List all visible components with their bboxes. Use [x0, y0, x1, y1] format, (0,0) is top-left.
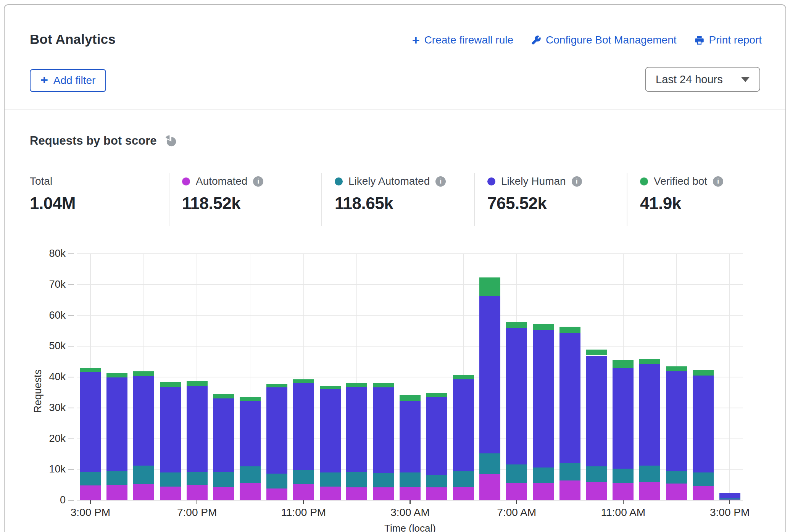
bar-segment-likely-human[interactable] [106, 377, 127, 471]
bar-segment-likely-automated[interactable] [639, 466, 660, 482]
bar-segment-automated[interactable] [133, 484, 154, 500]
bar-1-00-am[interactable] [346, 383, 367, 500]
bar-segment-automated[interactable] [293, 484, 314, 500]
bar-segment-likely-automated[interactable] [293, 470, 314, 484]
bar-segment-likely-automated[interactable] [80, 472, 101, 486]
bar-segment-verified-bot[interactable] [160, 382, 181, 387]
bar-segment-likely-human[interactable] [400, 401, 421, 472]
bar-segment-automated[interactable] [400, 487, 421, 500]
add-filter-button[interactable]: + Add filter [30, 69, 106, 92]
bar-11-00-am[interactable] [613, 360, 634, 500]
info-icon[interactable]: i [572, 176, 582, 187]
bar-segment-likely-human[interactable] [133, 376, 154, 465]
bar-segment-likely-automated[interactable] [133, 466, 154, 484]
bar-segment-automated[interactable] [613, 483, 634, 500]
bar-segment-likely-automated[interactable] [693, 472, 714, 486]
bar-segment-likely-automated[interactable] [506, 464, 527, 483]
bar-segment-verified-bot[interactable] [213, 394, 234, 398]
bar-segment-likely-human[interactable] [266, 387, 287, 473]
bar-segment-automated[interactable] [373, 487, 394, 500]
bar-segment-verified-bot[interactable] [613, 360, 634, 369]
bar-segment-verified-bot[interactable] [719, 493, 740, 493]
bar-segment-verified-bot[interactable] [586, 350, 607, 355]
bar-segment-likely-human[interactable] [559, 333, 580, 463]
bar-segment-verified-bot[interactable] [320, 386, 341, 389]
bar-segment-likely-human[interactable] [533, 330, 554, 468]
bar-segment-likely-automated[interactable] [240, 466, 261, 483]
bar-segment-likely-human[interactable] [639, 364, 660, 466]
print-report-link[interactable]: Print report [694, 34, 762, 46]
bar-2-00-pm[interactable] [693, 370, 714, 500]
bar-segment-likely-human[interactable] [666, 371, 687, 471]
bar-8-00-pm[interactable] [213, 394, 234, 500]
bar-segment-likely-automated[interactable] [213, 472, 234, 487]
bar-segment-verified-bot[interactable] [506, 322, 527, 328]
bar-12-00-pm[interactable] [639, 359, 660, 500]
create-firewall-rule-link[interactable]: + Create firewall rule [412, 34, 513, 46]
bar-segment-automated[interactable] [346, 487, 367, 500]
bar-2-00-am[interactable] [373, 383, 394, 500]
bar-segment-automated[interactable] [266, 488, 287, 500]
bar-segment-verified-bot[interactable] [133, 371, 154, 377]
bar-segment-likely-human[interactable] [293, 383, 314, 470]
bar-segment-automated[interactable] [559, 480, 580, 500]
info-icon[interactable]: i [435, 176, 446, 187]
bar-segment-automated[interactable] [320, 487, 341, 500]
bar-segment-likely-human[interactable] [346, 387, 367, 472]
bar-segment-verified-bot[interactable] [453, 375, 474, 379]
bar-segment-verified-bot[interactable] [187, 381, 208, 386]
bar-segment-automated[interactable] [666, 484, 687, 500]
bar-segment-likely-automated[interactable] [266, 474, 287, 488]
bar-segment-likely-human[interactable] [373, 387, 394, 473]
bar-segment-verified-bot[interactable] [426, 393, 447, 397]
bar-segment-likely-automated[interactable] [187, 472, 208, 485]
bar-segment-likely-human[interactable] [426, 397, 447, 475]
bar-7-00-am[interactable] [506, 322, 527, 500]
bar-12-00-am[interactable] [320, 386, 341, 500]
bar-segment-likely-human[interactable] [613, 368, 634, 468]
bar-10-00-am[interactable] [586, 350, 607, 500]
bar-segment-verified-bot[interactable] [533, 324, 554, 330]
bar-segment-likely-human[interactable] [693, 376, 714, 472]
bar-3-00-pm[interactable] [80, 368, 101, 500]
bar-segment-verified-bot[interactable] [106, 373, 127, 377]
bar-10-00-pm[interactable] [266, 384, 287, 500]
bar-segment-likely-human[interactable] [479, 296, 500, 454]
bar-segment-likely-human[interactable] [213, 398, 234, 472]
bar-segment-likely-human[interactable] [586, 356, 607, 467]
bar-segment-automated[interactable] [106, 485, 127, 500]
bar-segment-automated[interactable] [533, 483, 554, 500]
bar-11-00-pm[interactable] [293, 379, 314, 500]
bar-segment-verified-bot[interactable] [559, 327, 580, 333]
bar-segment-automated[interactable] [426, 487, 447, 500]
bar-6-00-am[interactable] [479, 277, 500, 500]
bar-segment-verified-bot[interactable] [293, 379, 314, 383]
bar-8-00-am[interactable] [533, 324, 554, 500]
bar-segment-likely-automated[interactable] [613, 469, 634, 483]
time-range-select[interactable]: Last 24 hours [645, 67, 760, 92]
bar-segment-automated[interactable] [479, 474, 500, 500]
info-icon[interactable]: i [713, 176, 723, 187]
bar-segment-verified-bot[interactable] [693, 370, 714, 376]
bar-segment-automated[interactable] [693, 486, 714, 500]
bar-segment-verified-bot[interactable] [479, 277, 500, 296]
bar-segment-automated[interactable] [160, 487, 181, 500]
bar-segment-automated[interactable] [639, 482, 660, 500]
bar-segment-likely-automated[interactable] [346, 472, 367, 487]
bar-segment-likely-human[interactable] [80, 372, 101, 472]
bar-6-00-pm[interactable] [160, 382, 181, 500]
bar-segment-likely-automated[interactable] [400, 472, 421, 487]
bar-segment-verified-bot[interactable] [400, 395, 421, 401]
bar-segment-likely-automated[interactable] [479, 453, 500, 474]
bar-segment-likely-automated[interactable] [453, 471, 474, 487]
bar-segment-likely-human[interactable] [160, 387, 181, 472]
configure-bot-management-link[interactable]: Configure Bot Management [531, 34, 676, 46]
bar-segment-likely-human[interactable] [506, 328, 527, 465]
bar-segment-likely-automated[interactable] [320, 472, 341, 487]
bar-segment-likely-human[interactable] [320, 389, 341, 472]
bar-segment-likely-automated[interactable] [426, 475, 447, 487]
bar-segment-automated[interactable] [240, 483, 261, 500]
bar-segment-verified-bot[interactable] [240, 397, 261, 401]
bar-segment-verified-bot[interactable] [346, 383, 367, 387]
bar-4-00-am[interactable] [426, 393, 447, 500]
